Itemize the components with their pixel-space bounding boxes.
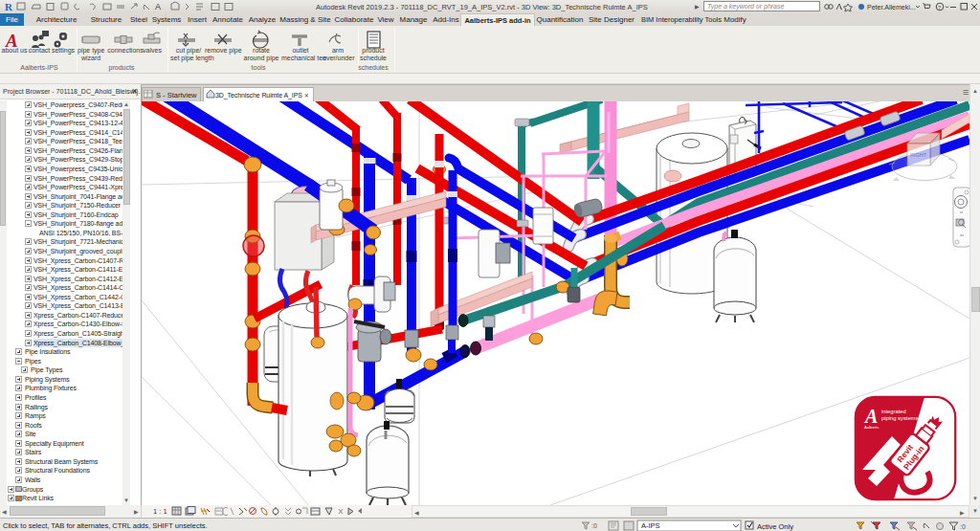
svg-text::0: :0 bbox=[960, 523, 966, 530]
svg-text:integrated: integrated bbox=[881, 409, 906, 414]
svg-text:A: A bbox=[863, 406, 878, 427]
svg-text:A-IPS: A-IPS bbox=[641, 521, 660, 530]
svg-text:A: A bbox=[155, 2, 161, 11]
svg-text:piping systems: piping systems bbox=[881, 415, 918, 421]
svg-text:R: R bbox=[5, 1, 13, 12]
svg-text:RIGHT: RIGHT bbox=[910, 152, 927, 158]
svg-text::0: :0 bbox=[591, 522, 597, 529]
svg-text:?: ? bbox=[938, 5, 941, 11]
svg-text:Aalberts: Aalberts bbox=[864, 425, 879, 430]
svg-text:Peter.Allemeki...: Peter.Allemeki... bbox=[867, 4, 916, 11]
svg-text:Active Only: Active Only bbox=[757, 522, 793, 531]
